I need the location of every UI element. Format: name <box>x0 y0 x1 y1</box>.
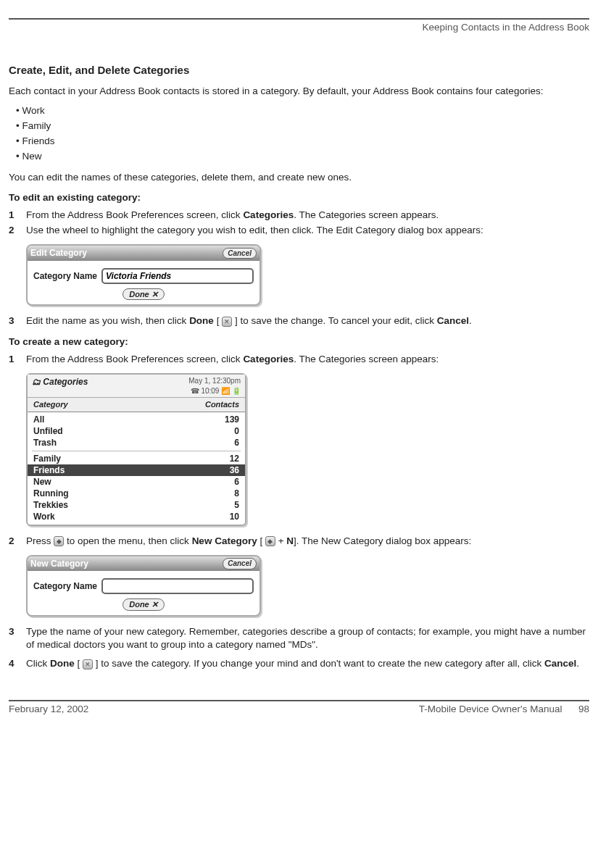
edit-heading: To edit an existing category: <box>9 191 589 204</box>
table-row[interactable]: New6 <box>28 476 245 488</box>
column-header: Category <box>33 399 68 410</box>
screen-title: Categories <box>43 377 88 387</box>
step-item: 3 Edit the name as you wish, then click … <box>9 314 589 327</box>
table-row[interactable]: Work10 <box>28 511 245 522</box>
list-item: New <box>16 150 589 163</box>
dialog-title: Edit Category <box>30 247 87 259</box>
done-icon: ✕ <box>83 659 93 669</box>
cancel-button[interactable]: Cancel <box>223 558 257 569</box>
table-row[interactable]: Unfiled0 <box>28 425 245 437</box>
categories-screen: 🗂 Categories May 1, 12:30pm ☎ 10:09 📶 🔋 … <box>26 373 246 526</box>
step-item: 3 Type the name of your new category. Re… <box>9 625 589 651</box>
dialog-title: New Category <box>30 558 88 569</box>
page-footer: February 12, 2002 T-Mobile Device Owner'… <box>9 701 589 716</box>
list-item: Family <box>16 120 589 133</box>
section-title: Create, Edit, and Delete Categories <box>9 63 589 78</box>
table-row[interactable]: Family12 <box>28 453 245 464</box>
step-item: 2 Use the wheel to highlight the categor… <box>9 224 589 237</box>
new-category-dialog: New Category Cancel Category Name Done ✕ <box>26 555 261 617</box>
list-item: Work <box>16 104 589 117</box>
footer-title: T-Mobile Device Owner's Manual <box>419 704 562 714</box>
page-number: 98 <box>578 704 589 714</box>
table-row[interactable]: Running8 <box>28 488 245 499</box>
category-name-input[interactable] <box>101 268 254 284</box>
field-label: Category Name <box>33 270 97 282</box>
folder-icon: 🗂 <box>32 377 41 387</box>
step-item: 1 From the Address Book Preferences scre… <box>9 353 589 366</box>
intro-paragraph: Each contact in your Address Book contac… <box>9 85 589 98</box>
chapter-header: Keeping Contacts in the Address Book <box>9 21 589 34</box>
done-button[interactable]: Done ✕ <box>122 598 165 611</box>
table-row[interactable]: Trash6 <box>28 437 245 448</box>
edit-category-dialog: Edit Category Cancel Category Name Done … <box>26 244 261 306</box>
menu-diamond-icon: ◆ <box>265 536 275 546</box>
category-name-input[interactable] <box>101 578 254 594</box>
done-icon: ✕ <box>222 317 232 327</box>
table-row[interactable]: Trekkies5 <box>28 499 245 511</box>
step-item: 2 Press ◆ to open the menu, then click N… <box>9 535 589 548</box>
followup-paragraph: You can edit the names of these categori… <box>9 171 589 184</box>
table-row-selected[interactable]: Friends36 <box>28 464 245 476</box>
step-item: 4 Click Done [ ✕ ] to save the category.… <box>9 657 589 670</box>
menu-diamond-icon: ◆ <box>54 536 64 546</box>
cancel-button[interactable]: Cancel <box>223 248 257 259</box>
footer-date: February 12, 2002 <box>9 703 88 716</box>
status-bar: May 1, 12:30pm ☎ 10:09 📶 🔋 <box>188 376 241 396</box>
table-row[interactable]: All139 <box>28 414 245 425</box>
create-heading: To create a new category: <box>9 335 589 349</box>
done-button[interactable]: Done ✕ <box>122 288 165 301</box>
default-categories-list: Work Family Friends New <box>16 104 589 164</box>
column-header: Contacts <box>205 399 239 410</box>
step-item: 1 From the Address Book Preferences scre… <box>9 209 589 222</box>
list-item: Friends <box>16 135 589 148</box>
field-label: Category Name <box>33 580 97 592</box>
